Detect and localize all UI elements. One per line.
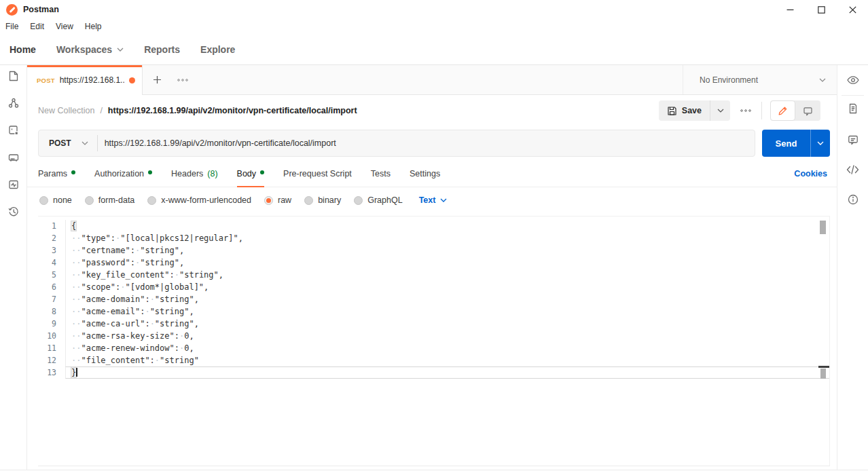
body-type-graphql[interactable]: GraphQL (354, 195, 402, 205)
body-type-none[interactable]: none (39, 195, 72, 205)
menu-view[interactable]: View (56, 22, 81, 31)
body-editor[interactable]: 1{2··"type":·"[local|pkcs12|regular]",3·… (38, 216, 830, 466)
tab-body[interactable]: Body (237, 160, 265, 187)
tab-params[interactable]: Params (38, 160, 75, 187)
editor-line[interactable]: 10··"acme-rsa-key-size":·0, (38, 330, 829, 342)
breadcrumb-request-title[interactable]: https://192.168.1.99/api/v2/monitor/vpn-… (108, 106, 357, 115)
info-icon[interactable] (847, 193, 859, 206)
nav-home[interactable]: Home (10, 44, 36, 55)
app-header: HomeWorkspacesReportsExplore Invite (0, 34, 868, 65)
send-label[interactable]: Send (762, 130, 810, 157)
request-more-actions-button[interactable] (740, 109, 751, 112)
close-button[interactable] (837, 0, 868, 19)
main-nav: HomeWorkspacesReportsExplore (10, 34, 235, 64)
editor-line[interactable]: 7··"acme-domain":·"string", (38, 293, 829, 305)
editor-line[interactable]: 4··"password":·"string", (38, 257, 829, 269)
nav-workspaces[interactable]: Workspaces (56, 44, 124, 55)
editor-line[interactable]: 6··"scope":·"[vdom*|global]", (38, 281, 829, 293)
line-number: 11 (38, 342, 65, 354)
maximize-button[interactable] (806, 0, 837, 19)
body-type-selector: noneform-datax-www-form-urlencodedrawbin… (27, 187, 837, 213)
unsaved-dot (129, 77, 135, 83)
nav-reports[interactable]: Reports (144, 44, 180, 55)
edit-comment-toggle (770, 100, 820, 121)
environment-selector[interactable]: No Environment (683, 65, 837, 94)
menu-bar: FileEditViewHelp (0, 19, 868, 34)
chevron-down-icon (117, 48, 124, 52)
radio-icon (304, 196, 313, 205)
tab-settings[interactable]: Settings (410, 160, 440, 187)
editor-line[interactable]: 1{ (38, 220, 829, 232)
chevron-down-icon (817, 141, 824, 145)
tab-authorization[interactable]: Authorization (94, 160, 152, 187)
format-selector[interactable]: Text (419, 195, 448, 205)
breadcrumb-separator: / (100, 106, 102, 115)
minimize-button[interactable] (774, 0, 806, 19)
editor-line[interactable]: 12··"file_content":·"string" (38, 354, 829, 366)
save-icon (667, 106, 677, 116)
save-options-chevron[interactable] (710, 100, 730, 121)
menu-edit[interactable]: Edit (30, 22, 52, 31)
green-dot (148, 170, 152, 174)
pencil-icon (778, 106, 788, 116)
editor-scrollbar-decoration (820, 369, 826, 379)
comment-icon (803, 106, 813, 116)
left-sidebar (0, 65, 27, 470)
editor-line[interactable]: 2··"type":·"[local|pkcs12|regular]", (38, 232, 829, 244)
window-controls (774, 0, 868, 19)
breadcrumb-collection[interactable]: New Collection (38, 106, 94, 115)
history-icon[interactable] (7, 206, 20, 218)
body-type-form-data[interactable]: form-data (85, 195, 135, 205)
nav-explore[interactable]: Explore (200, 44, 235, 55)
body-type-x-www-form-urlencoded[interactable]: x-www-form-urlencoded (147, 195, 251, 205)
line-number: 8 (38, 305, 65, 318)
titlebar: Postman (0, 0, 868, 19)
tab-title: https://192.168.1.... (60, 75, 124, 85)
editor-line[interactable]: 8··"acme-email":·"string", (38, 305, 829, 318)
format-label: Text (419, 195, 436, 205)
environments-icon[interactable] (7, 124, 20, 136)
radio-icon (85, 196, 94, 205)
environment-quick-look[interactable] (837, 65, 868, 95)
url-bar: POST https://192.168.1.99/api/v2/monitor… (38, 130, 755, 157)
comments-icon[interactable] (847, 134, 859, 146)
body-type-raw[interactable]: raw (264, 195, 291, 205)
line-number: 5 (38, 269, 65, 281)
tab-options-button[interactable] (171, 65, 194, 94)
green-dot (71, 170, 75, 174)
editor-line[interactable]: 9··"acme-ca-url":·"string", (38, 318, 829, 330)
menu-file[interactable]: File (5, 22, 26, 31)
line-number: 9 (38, 318, 65, 330)
editor-scrollbar-thumb[interactable] (820, 221, 826, 234)
request-tab[interactable]: POST https://192.168.1.... (27, 65, 143, 95)
tab-headers[interactable]: Headers(8) (171, 160, 218, 187)
tab-pre-request-script[interactable]: Pre-request Script (283, 160, 352, 187)
editor-line[interactable]: 5··"key_file_content":·"string", (38, 269, 829, 281)
more-dots-icon (177, 79, 188, 81)
editor-line[interactable]: 13} (38, 366, 829, 379)
tab-tests[interactable]: Tests (371, 160, 391, 187)
url-input[interactable]: https://192.168.1.99/api/v2/monitor/vpn-… (98, 138, 336, 148)
collections-icon[interactable] (7, 70, 20, 82)
body-type-binary[interactable]: binary (304, 195, 341, 205)
documentation-icon[interactable] (847, 102, 859, 115)
comment-mode-button[interactable] (795, 100, 820, 121)
new-tab-button[interactable] (143, 65, 171, 94)
radio-icon (354, 196, 363, 205)
code-icon[interactable] (846, 165, 859, 174)
cookies-link[interactable]: Cookies (794, 169, 827, 178)
tab-method-badge: POST (37, 77, 55, 84)
apis-icon[interactable] (7, 97, 20, 109)
save-button[interactable]: Save (659, 100, 730, 121)
right-sidebar (837, 65, 868, 470)
mock-servers-icon[interactable] (7, 151, 20, 164)
method-selector[interactable]: POST (39, 138, 97, 148)
editor-line[interactable]: 11··"acme-renew-window":·0, (38, 342, 829, 354)
edit-mode-button[interactable] (770, 100, 795, 121)
request-url-row: POST https://192.168.1.99/api/v2/monitor… (27, 126, 837, 160)
send-options-chevron[interactable] (810, 130, 830, 157)
monitors-icon[interactable] (7, 178, 20, 191)
editor-line[interactable]: 3··"certname":·"string", (38, 244, 829, 257)
send-button[interactable]: Send (762, 130, 830, 157)
menu-help[interactable]: Help (85, 22, 109, 31)
